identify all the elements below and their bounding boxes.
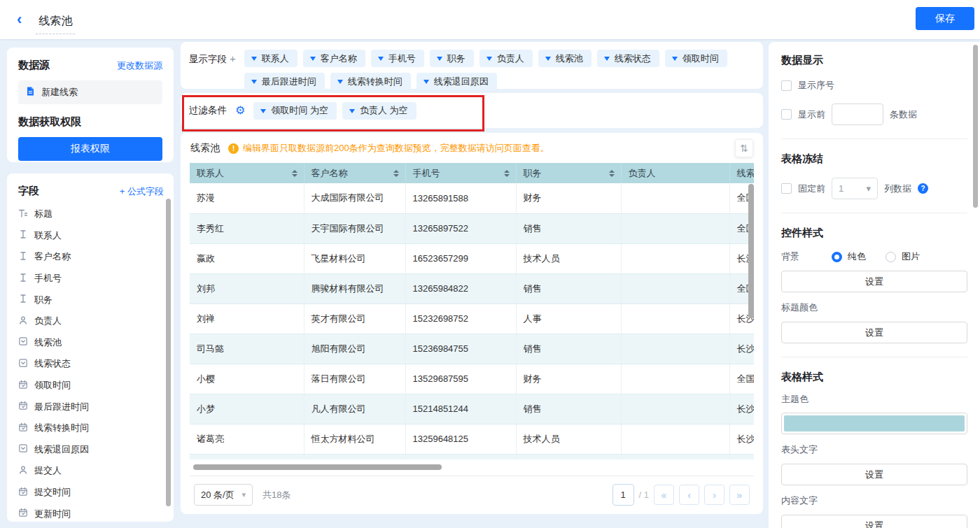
field-item[interactable]: 客户名称 — [18, 246, 164, 268]
header-text-label: 表头文字 — [781, 443, 967, 456]
table-cell: 13265897522 — [405, 213, 516, 243]
table-row[interactable]: 刘邦腾骏材料有限公司13265984822销售全国线索池 — [190, 273, 754, 304]
column-header[interactable]: 联系人 — [190, 163, 304, 183]
prev-page-button[interactable]: ‹ — [679, 485, 699, 505]
table-cell: 小樱 — [190, 364, 304, 394]
add-display-field-icon[interactable]: + — [230, 52, 236, 64]
content-text-set-button[interactable]: 设置 — [781, 515, 967, 528]
sort-caret-icon[interactable] — [609, 170, 615, 177]
page-title[interactable]: 线索池 — [36, 10, 75, 34]
chip-label: 负责人 为空 — [360, 104, 408, 117]
field-item[interactable]: 提交人 — [18, 460, 164, 482]
filter-chip[interactable]: 领取时间 为空 — [253, 102, 337, 120]
field-item[interactable]: 职务 — [18, 289, 164, 311]
table-cell: 大成国际有限公司 — [304, 183, 405, 213]
freeze-prefix: 固定前 — [798, 183, 825, 195]
column-label: 客户名称 — [312, 168, 348, 178]
display-field-chip[interactable]: 线索转换时间 — [330, 73, 411, 90]
field-item[interactable]: 线索池 — [18, 332, 164, 354]
table-row[interactable]: 嬴政飞星材料公司16523657299技术人员长沙线索池 — [190, 243, 754, 273]
report-permission-button[interactable]: 报表权限 — [18, 137, 162, 161]
change-datasource-link[interactable]: 更改数据源 — [117, 59, 162, 72]
preview-warning: ! 编辑界面只取数据源前200条作为查询数据预览，完整数据请访问页面查看。 — [228, 142, 550, 155]
preview-table: 联系人客户名称手机号职务负责人线索池 苏漫大成国际有限公司13265891588… — [190, 163, 754, 459]
column-header[interactable]: 线索池 — [729, 163, 754, 183]
datasource-item[interactable]: 新建线索 — [18, 80, 162, 104]
background-set-button[interactable]: 设置 — [781, 271, 967, 292]
bg-image-radio[interactable]: 图片 — [886, 250, 920, 263]
filter-card: 过滤条件 ⚙ 领取时间 为空负责人 为空 — [181, 93, 763, 128]
topbar: ‹ 线索池 保存 — [0, 0, 980, 39]
table-horizontal-scrollbar[interactable] — [193, 464, 442, 470]
field-item[interactable]: 手机号 — [18, 268, 164, 290]
theme-color-picker[interactable] — [781, 413, 967, 434]
freeze-heading: 表格冻结 — [781, 152, 967, 166]
column-header[interactable]: 职务 — [516, 163, 621, 183]
page-size-select[interactable]: 20 条/页▾ — [194, 484, 253, 506]
field-item[interactable]: 标题 — [18, 204, 164, 225]
table-cell: 英才有限公司 — [304, 304, 405, 334]
table-row[interactable]: 李秀红天宇国际有限公司13265897522销售全国线索池 — [190, 213, 754, 243]
table-row[interactable]: 小梦凡人有限公司15214851244销售长沙线索池 — [190, 394, 754, 424]
field-item[interactable]: 更新时间 — [18, 503, 164, 522]
show-first-count-input[interactable] — [832, 104, 883, 125]
sort-caret-icon[interactable] — [504, 170, 510, 177]
bg-solid-radio[interactable]: 纯色 — [832, 250, 866, 263]
field-item[interactable]: 提交时间 — [18, 482, 164, 504]
display-field-chip[interactable]: 职务 — [430, 50, 474, 67]
field-item[interactable]: 联系人 — [18, 225, 164, 247]
table-row[interactable]: 司马懿旭阳有限公司15236984755销售长沙线索池 — [190, 334, 754, 364]
field-item[interactable]: 线索转换时间 — [18, 418, 164, 439]
display-field-chip[interactable]: 线索退回原因 — [416, 73, 497, 90]
display-field-chip[interactable]: 领取时间 — [665, 50, 727, 67]
column-header[interactable]: 客户名称 — [304, 163, 405, 183]
chevron-down-icon: ▾ — [241, 490, 246, 499]
table-cell — [621, 394, 729, 424]
header-text-set-button[interactable]: 设置 — [781, 464, 967, 485]
first-page-button[interactable]: « — [654, 485, 674, 505]
display-field-chip[interactable]: 线索池 — [538, 50, 592, 67]
filter-settings-gear-icon[interactable]: ⚙ — [235, 105, 245, 116]
sort-caret-icon[interactable] — [393, 170, 399, 177]
back-icon[interactable]: ‹ — [17, 12, 22, 27]
freeze-checkbox[interactable] — [781, 183, 792, 194]
add-formula-field-link[interactable]: + 公式字段 — [120, 185, 164, 198]
column-header[interactable]: 手机号 — [405, 163, 516, 183]
display-field-chip[interactable]: 手机号 — [371, 50, 424, 67]
pagination-bar: 20 条/页▾ 共18条 1 / 1 « ‹ › » — [190, 476, 754, 506]
last-page-button[interactable]: » — [729, 485, 750, 505]
sort-icon[interactable]: ⇅ — [735, 139, 753, 157]
table-row[interactable]: 苏漫大成国际有限公司13265891588财务全国线索池 — [190, 183, 754, 213]
display-field-chip[interactable]: 客户名称 — [303, 50, 365, 67]
sort-caret-icon[interactable] — [292, 170, 298, 177]
table-cell: 财务 — [516, 183, 621, 213]
display-field-chip[interactable]: 联系人 — [244, 50, 298, 67]
freeze-column-select[interactable]: 1▾ — [832, 178, 878, 199]
field-item[interactable]: 负责人 — [18, 311, 164, 332]
table-row[interactable]: 诸葛亮恒太方材料公司13259648125技术人员长沙线索池 — [190, 424, 754, 454]
date-icon — [18, 508, 28, 520]
fields-scrollbar[interactable] — [166, 199, 171, 506]
table-vertical-scrollbar[interactable] — [748, 184, 754, 318]
help-icon[interactable]: ? — [918, 183, 928, 194]
field-item[interactable]: 最后跟进时间 — [18, 396, 164, 418]
save-button[interactable]: 保存 — [916, 7, 974, 30]
table-row[interactable]: 刘禅英才有限公司15232698752人事长沙线索池 — [190, 304, 754, 334]
column-header[interactable]: 负责人 — [621, 163, 729, 183]
display-field-chip[interactable]: 负责人 — [479, 50, 533, 67]
field-item[interactable]: 领取时间 — [18, 375, 164, 397]
page-number-input[interactable]: 1 — [612, 484, 634, 506]
display-field-chip[interactable]: 最后跟进时间 — [244, 73, 325, 90]
show-first-checkbox[interactable] — [781, 109, 792, 120]
table-row[interactable]: 小樱落日有限公司13529687595财务全国线索池 — [190, 364, 754, 394]
show-index-checkbox[interactable] — [781, 80, 792, 91]
title-color-set-button[interactable]: 设置 — [781, 322, 967, 343]
display-fields-card: 显示字段+ 联系人客户名称手机号职务负责人线索池线索状态领取时间最后跟进时间线索… — [181, 42, 763, 89]
field-item[interactable]: 线索状态 — [18, 353, 164, 375]
display-field-chip[interactable]: 线索状态 — [597, 50, 659, 67]
filter-chip[interactable]: 负责人 为空 — [342, 102, 416, 120]
field-item[interactable]: 线索退回原因 — [18, 439, 164, 461]
next-page-button[interactable]: › — [704, 485, 724, 505]
person-icon — [18, 465, 28, 477]
panel-scrollbar[interactable] — [973, 45, 978, 208]
